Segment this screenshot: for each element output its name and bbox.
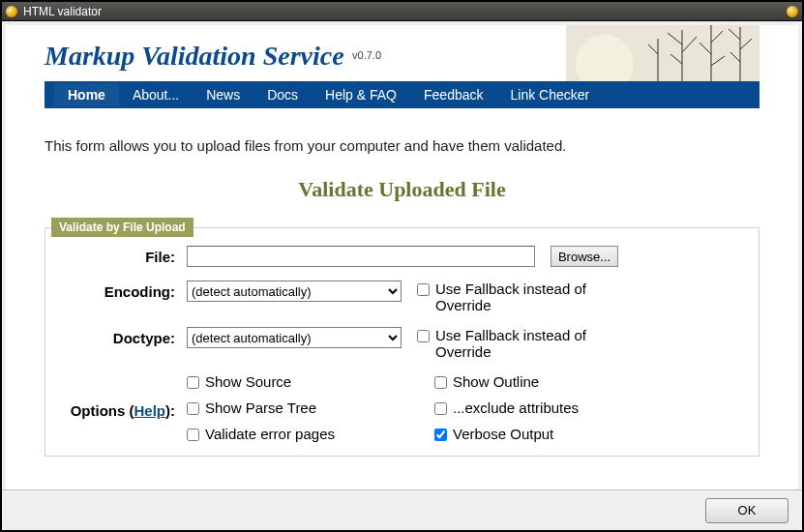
doctype-fallback-label: Use Fallback instead of Override [435,327,610,360]
banner-decoration-trees [566,25,759,81]
window-titlebar: HTML validator [2,2,802,21]
fieldset-legend: Validate by File Upload [51,218,194,237]
encoding-label: Encoding: [61,281,187,300]
ok-button[interactable]: OK [705,498,789,523]
encoding-fallback-row[interactable]: Use Fallback instead of Override [417,281,610,313]
option-row-left-2[interactable]: Validate error pages [187,426,419,442]
option-row-right-1[interactable]: ...exclude attributes [434,399,667,416]
options-column-left: Show SourceShow Parse TreeValidate error… [187,373,419,442]
banner: Markup Validation Service v0.7.0 [45,25,759,81]
option-checkbox-right-2[interactable] [434,429,447,441]
option-row-right-0[interactable]: Show Outline [434,373,667,390]
option-label-left-2: Validate error pages [205,426,335,442]
option-row-left-0[interactable]: Show Source [187,373,419,390]
intro-text: This form allows you to upload files fro… [45,137,759,154]
encoding-select[interactable]: (detect automatically) [187,281,402,302]
doctype-fallback-row[interactable]: Use Fallback instead of Override [417,327,610,360]
nav-item-home[interactable]: Home [54,83,119,106]
nav-item-feedback[interactable]: Feedback [410,83,496,106]
option-label-right-2: Verbose Output [453,426,553,442]
option-row-right-2[interactable]: Verbose Output [434,426,667,442]
option-checkbox-left-0[interactable] [187,376,199,389]
option-checkbox-left-1[interactable] [187,402,199,415]
options-help-link[interactable]: Help [134,402,165,419]
dialog-footer: OK [2,489,802,530]
options-column-right: Show Outline...exclude attributesVerbose… [434,373,667,442]
option-label-right-0: Show Outline [453,373,539,390]
banner-title: Markup Validation Service [45,41,344,71]
banner-version: v0.7.0 [352,49,381,61]
options-label: Options (Help): [61,373,187,419]
option-checkbox-right-1[interactable] [434,402,447,415]
nav-item-about[interactable]: About... [119,83,193,106]
nav-item-docs[interactable]: Docs [253,83,312,106]
option-checkbox-left-2[interactable] [187,429,199,441]
file-input[interactable] [187,246,535,267]
option-label-left-0: Show Source [205,373,291,390]
browse-button[interactable]: Browse... [551,246,618,267]
main-nav: HomeAbout...NewsDocsHelp & FAQFeedbackLi… [45,81,759,108]
doctype-fallback-checkbox[interactable] [417,330,430,342]
option-row-left-1[interactable]: Show Parse Tree [187,399,419,416]
nav-item-help-faq[interactable]: Help & FAQ [312,83,410,106]
option-label-right-1: ...exclude attributes [453,399,579,416]
nav-item-link-checker[interactable]: Link Checker [497,83,604,106]
option-checkbox-right-0[interactable] [434,376,447,389]
window-title: HTML validator [23,5,102,18]
section-title: Validate Uploaded File [45,177,759,202]
option-label-left-1: Show Parse Tree [205,399,316,416]
doctype-label: Doctype: [61,327,187,346]
encoding-fallback-checkbox[interactable] [417,283,430,296]
content-area: Markup Validation Service v0.7.0 [6,25,798,489]
upload-fieldset: Validate by File Upload File: Browse... … [45,227,759,457]
window-menu-icon[interactable] [6,6,17,17]
encoding-fallback-label: Use Fallback instead of Override [435,281,610,313]
file-label: File: [61,246,187,265]
window-close-icon[interactable] [787,6,798,17]
app-window: HTML validator Markup Validation Service… [0,0,804,532]
doctype-select[interactable]: (detect automatically) [187,327,402,348]
nav-item-news[interactable]: News [193,83,253,106]
